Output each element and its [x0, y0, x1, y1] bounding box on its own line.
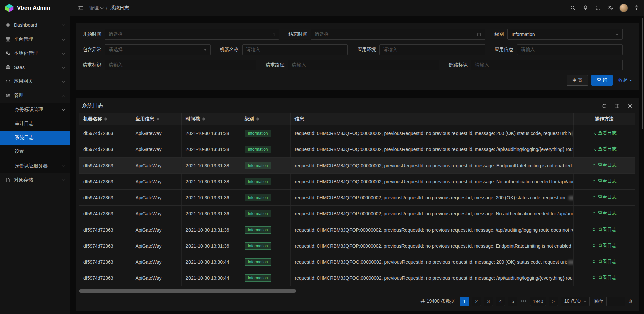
column-header-1[interactable]: 机器名称 [79, 113, 131, 125]
table-title: 系统日志 [82, 102, 103, 109]
table-row: df5974d72363ApiGateWay2021-10-30 13:31:3… [79, 206, 635, 222]
request-path-input[interactable]: 请输入 [288, 60, 439, 70]
chevron-down-icon [100, 6, 104, 9]
sidebar-item-storage[interactable]: 对象存储 [0, 173, 70, 187]
include-exception-input[interactable]: 请选择 [105, 44, 211, 55]
sidebar-item-identity[interactable]: 身份标识管理 [0, 103, 70, 117]
app-environment-input[interactable]: 请输入 [379, 44, 485, 55]
sidebar-item-settings[interactable]: 设置 [0, 145, 70, 159]
user-avatar[interactable] [617, 0, 630, 16]
app-info-cell: ApiGateWay [131, 270, 181, 286]
view-log-link[interactable]: 查看日志 [592, 130, 617, 136]
sidebar-item-saas[interactable]: Saas [0, 60, 70, 74]
machine-name-input[interactable]: 请输入 [242, 44, 348, 55]
sort-icon[interactable] [202, 117, 205, 121]
bell-icon[interactable] [579, 0, 592, 16]
sidebar-item-platform[interactable]: 平台管理 [0, 32, 70, 46]
message-cell: requestId: 0HMCRBM8JQFOQ:00000002, previ… [290, 174, 573, 190]
sort-icon[interactable] [157, 117, 159, 121]
fullscreen-icon[interactable] [592, 0, 604, 16]
machine-name-cell: df5974d72363 [79, 222, 131, 238]
page-button-3[interactable]: 3 [484, 297, 493, 306]
table-row: df5974d72363ApiGateWay2021-10-30 13:31:3… [79, 222, 635, 238]
gear-icon[interactable] [630, 0, 643, 16]
app-info-input[interactable]: 请输入 [517, 44, 623, 55]
refresh-icon[interactable] [602, 103, 607, 109]
view-log-link[interactable]: 查看日志 [592, 259, 617, 265]
column-header-2[interactable]: 应用信息 [131, 113, 181, 125]
column-header-3[interactable]: 时间戳 [181, 113, 240, 125]
view-log-link[interactable]: 查看日志 [592, 210, 617, 216]
breadcrumb-item[interactable]: 系统日志 [110, 5, 129, 11]
input-placeholder: 请输入 [246, 47, 344, 53]
page-button-1[interactable]: 1 [460, 297, 469, 306]
jump-page-input[interactable] [606, 297, 625, 306]
breadcrumb-item[interactable]: 管理 [89, 5, 103, 11]
app-info-label: 应用信息 [495, 47, 514, 53]
view-log-link[interactable]: 查看日志 [592, 243, 617, 249]
trace-id-input[interactable]: 请输入 [471, 60, 623, 70]
view-log-link[interactable]: 查看日志 [592, 178, 617, 184]
level-input[interactable]: Information [507, 29, 623, 40]
column-header-4[interactable]: 级别 [240, 113, 290, 125]
logo[interactable]: Vben Admin [0, 0, 70, 16]
action-cell: 查看日志 [573, 222, 635, 238]
column-header-5: 信息 [290, 113, 573, 125]
timestamp-cell: 2021-10-30 13:31:38 [181, 141, 240, 158]
trace-id-label: 链路标识 [449, 62, 468, 68]
magnifier-icon [592, 276, 596, 280]
machine-name-cell: df5974d72363 [79, 125, 131, 141]
sort-icon[interactable] [104, 117, 107, 121]
chevron-up-icon [629, 80, 632, 81]
row-height-icon[interactable] [614, 103, 620, 109]
request-id-input[interactable]: 请输入 [105, 60, 256, 70]
view-log-link[interactable]: 查看日志 [592, 194, 617, 200]
view-log-link[interactable]: 查看日志 [592, 275, 617, 281]
level-cell: Information [240, 174, 290, 190]
translate-icon[interactable] [604, 0, 617, 16]
sort-desc-icon [157, 119, 159, 121]
page-content: 开始时间请选择结束时间请选择级别Information包含异常请选择机器名称请输… [70, 16, 644, 314]
end-time-input[interactable]: 请选择 [311, 29, 485, 40]
app-info-cell: ApiGateWay [131, 238, 181, 254]
input-placeholder: 请输入 [383, 47, 481, 53]
view-log-link[interactable]: 查看日志 [592, 146, 617, 152]
collapse-link[interactable]: 收起 [618, 77, 632, 83]
sort-icon[interactable] [256, 117, 259, 121]
sidebar-item-dashboard[interactable]: Dashboard [0, 18, 70, 32]
window-scrollbar[interactable] [642, 18, 643, 129]
sidebar-item-system-log[interactable]: 系统日志 [0, 131, 70, 145]
page-button-5[interactable]: 5 [508, 297, 517, 306]
sidebar-item-localization[interactable]: 本地化管理 [0, 46, 70, 60]
query-button[interactable]: 查 询 [591, 75, 613, 86]
page-button-4[interactable]: 4 [496, 297, 505, 306]
view-log-link[interactable]: 查看日志 [592, 227, 617, 233]
sidebar-item-label: Dashboard [14, 22, 62, 28]
submenu-management: 身份标识管理审计日志系统日志设置身份认证服务器 [0, 103, 70, 173]
menu-fold-icon[interactable] [75, 0, 86, 16]
reset-button[interactable]: 重 置 [567, 75, 588, 86]
sidebar-item-management[interactable]: 管理 [0, 88, 70, 103]
table-row: df5974d72363ApiGateWay2021-10-30 13:31:3… [79, 141, 635, 158]
sidebar-item-gateway[interactable]: 应用网关 [0, 74, 70, 88]
next-page-button[interactable]: > [549, 297, 558, 306]
input-placeholder: 请选择 [109, 31, 270, 37]
horizontal-scrollbar-thumb[interactable] [79, 289, 296, 293]
log-table-wrap: 机器名称应用信息时间戳级别信息操作方法 df5974d72363ApiGateW… [76, 113, 639, 288]
level-badge: Information [245, 274, 271, 282]
search-icon[interactable] [566, 0, 579, 16]
sidebar-item-auth-server[interactable]: 身份认证服务器 [0, 159, 70, 173]
view-log-link[interactable]: 查看日志 [592, 162, 617, 168]
table-row: df5974d72363ApiGateWay2021-10-30 13:31:3… [79, 174, 635, 190]
sidebar-item-audit-log[interactable]: 审计日志 [0, 117, 70, 131]
input-placeholder: 请选择 [315, 31, 476, 37]
view-log-label: 查看日志 [598, 275, 617, 281]
page-button-2[interactable]: 2 [472, 297, 481, 306]
page-size-select[interactable]: 10 条/页 [561, 297, 590, 306]
page-button-1940[interactable]: 1940 [530, 297, 546, 306]
column-settings-icon[interactable] [627, 103, 633, 109]
filter-rows: 开始时间请选择结束时间请选择级别Information包含异常请选择机器名称请输… [83, 29, 632, 70]
start-time-input[interactable]: 请选择 [105, 29, 279, 40]
column-label: 级别 [245, 116, 254, 121]
magnifier-icon [592, 195, 596, 200]
